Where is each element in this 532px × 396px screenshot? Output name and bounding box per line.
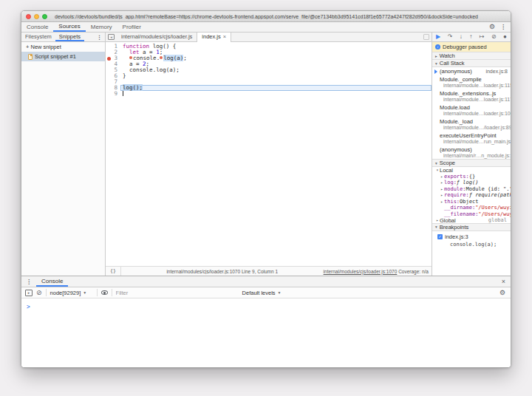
console-settings-gear-icon[interactable]: ⚙ — [499, 289, 507, 296]
titlebar[interactable]: devtools://devtools/bundled/js_app.html?… — [21, 11, 511, 22]
clear-console-icon[interactable]: ⊘ — [36, 290, 42, 296]
execution-context-selector[interactable]: node[92929] ▼ — [50, 290, 93, 296]
gutter-line-number[interactable]: 6 — [106, 73, 120, 79]
call-stack-label: Call Stack — [440, 60, 465, 66]
main-tab-memory[interactable]: Memory — [86, 22, 117, 32]
close-tab-icon[interactable]: × — [223, 33, 226, 40]
main-tab-console[interactable]: Console — [21, 22, 53, 32]
drawer-close-icon[interactable]: × — [502, 276, 511, 287]
debugger-sidebar: ▶↷↓↑↦⊘● i Debugger paused ▸ Watch ▾ Call… — [432, 33, 511, 276]
call-stack-frame[interactable]: (anonymous)internal/main/r…n_module.js:1… — [432, 146, 511, 160]
settings-gear-icon[interactable]: ⚙ — [489, 24, 495, 30]
inline-breakpoint-icon[interactable] — [160, 56, 163, 59]
caret-expanded-icon: ▾ — [435, 161, 437, 165]
maximize-window-icon[interactable] — [42, 14, 47, 19]
loader-link-2[interactable]: internal/modules/cjs/loader.js:1070 — [324, 269, 398, 274]
scope-property[interactable]: ▸this: Object — [432, 199, 511, 205]
snippet-item[interactable]: Script snippet #1 — [21, 52, 105, 61]
property-name: this: — [444, 199, 460, 205]
breakpoints-label: Breakpoints — [440, 224, 469, 231]
file-tab-index-js[interactable]: index.js× — [197, 33, 231, 42]
new-snippet-button[interactable]: + New snippet — [21, 42, 105, 52]
breakpoints-list: ✓index.js:3console.log(a); — [432, 231, 511, 249]
navigator-overflow-icon[interactable]: ⋮ — [97, 33, 105, 41]
gutter-line-number[interactable]: 2 — [106, 50, 120, 55]
editor-options-icon[interactable] — [423, 34, 429, 40]
deactivate-breakpoints-icon[interactable]: ⊘ — [491, 33, 497, 41]
scope-property[interactable]: ▸require: ƒ require(path) — [432, 192, 511, 199]
gutter-line-number[interactable]: 7 — [106, 79, 120, 85]
breakpoint-checkbox[interactable]: ✓ — [437, 234, 443, 239]
navigator-tab-filesystem[interactable]: Filesystem — [21, 33, 55, 41]
section-breakpoints[interactable]: ▾ Breakpoints — [432, 223, 511, 231]
loader-link[interactable]: internal/modules/cjs/loader.js:1070 — [166, 269, 240, 274]
desktop-background: devtools://devtools/bundled/js_app.html?… — [0, 0, 532, 396]
scope-property[interactable]: ▸module: Module {id: ".", … — [432, 186, 511, 193]
window-title-url: devtools://devtools/bundled/js_app.html?… — [55, 14, 478, 19]
drawer-tab-console[interactable]: Console — [36, 276, 68, 287]
log-levels-selector[interactable]: Default levels ▼ — [242, 290, 282, 296]
pretty-print-icon[interactable]: {} — [106, 267, 121, 276]
gutter-line-number[interactable]: 8 — [106, 85, 120, 91]
code-segment: ; — [183, 55, 187, 61]
step-out-icon[interactable]: ↑ — [469, 33, 472, 41]
call-stack-frame[interactable]: (anonymous)index.js:8 — [432, 67, 511, 75]
sources-panel: FilesystemSnippets ⋮ + New snippet Scrip… — [21, 33, 511, 276]
drawer-menu-icon[interactable]: ⋮ — [21, 276, 36, 287]
section-scope[interactable]: ▾ Scope — [432, 159, 511, 167]
call-stack-frame[interactable]: Module.loadinternal/module…loader.js:100… — [432, 103, 511, 117]
file-tabs: internal/modules/cjs/loader.jsindex.js× — [117, 33, 231, 41]
console-sidebar-toggle-icon[interactable]: ▸ — [25, 290, 33, 296]
step-over-icon[interactable]: ↷ — [448, 33, 453, 41]
section-call-stack[interactable]: ▾ Call Stack — [432, 59, 511, 67]
frame-location: internal/main/r…n_module.js:18 — [440, 153, 511, 158]
inline-breakpoint-icon[interactable] — [129, 56, 132, 59]
frame-function: (anonymous) — [440, 147, 511, 153]
call-stack-frame[interactable]: Module._loadinternal/module…/loader.js:8… — [432, 117, 511, 132]
step-into-icon[interactable]: ↓ — [460, 33, 463, 41]
main-tab-sources[interactable]: Sources — [53, 22, 85, 32]
scope-property[interactable]: ▸log: ƒ log() — [432, 180, 511, 186]
scope-property[interactable]: __dirname: "/Users/wuyiqi… — [432, 205, 511, 211]
cursor-position: Line 9, Column 1 — [242, 269, 278, 274]
minimize-window-icon[interactable] — [34, 14, 39, 19]
main-menu-icon[interactable]: ⋮ — [500, 24, 506, 30]
file-tab-internal-modules-cjs-loader-js[interactable]: internal/modules/cjs/loader.js — [117, 33, 197, 41]
gutter-line-number[interactable]: 3 — [106, 55, 120, 61]
scope-group-local[interactable]: ▾Local — [432, 167, 511, 174]
text-cursor — [123, 91, 123, 96]
scope-property[interactable]: __filename: "/Users/wuyiq… — [432, 211, 511, 218]
console-filter-input[interactable] — [116, 290, 227, 296]
code-editor[interactable]: 1function log() {2 let a = 1;3 console.l… — [106, 42, 432, 266]
gutter-line-number[interactable]: 5 — [106, 67, 120, 73]
breakpoint-entry[interactable]: ✓index.js:3console.log(a); — [432, 231, 511, 249]
property-value: "/Users/wuyiqi… — [475, 205, 511, 211]
gutter-line-number[interactable]: 4 — [106, 61, 120, 67]
scope-property[interactable]: ▸exports: {} — [432, 174, 511, 180]
navigator-tab-snippets[interactable]: Snippets — [55, 33, 84, 41]
frame-function: Module.load — [440, 105, 511, 111]
paused-banner-label: Debugger paused — [443, 44, 487, 50]
navigator-toggle-icon[interactable]: ◂ — [108, 34, 115, 40]
call-stack-frame[interactable]: executeUserEntryPointinternal/module…run… — [432, 132, 511, 146]
frame-location: internal/module…loader.js:1000 — [440, 111, 511, 116]
gutter-line-number[interactable]: 1 — [106, 44, 120, 50]
call-stack-frame[interactable]: Module._compileinternal/module…loader.js… — [432, 75, 511, 89]
code-text: console.log(a); — [120, 55, 432, 61]
snippet-file-icon — [28, 54, 33, 60]
call-stack-frame[interactable]: Module._extensions..jsinternal/module…lo… — [432, 89, 511, 103]
frame-function: (anonymous) — [440, 68, 472, 75]
gutter-line-number[interactable]: 9 — [106, 91, 120, 97]
editor-pane: ◂ internal/modules/cjs/loader.jsindex.js… — [106, 33, 432, 276]
levels-label: Default levels — [242, 290, 276, 296]
console-output[interactable]: > — [21, 298, 511, 367]
step-icon[interactable]: ↦ — [480, 33, 485, 41]
frame-location: index.js:8 — [485, 69, 508, 74]
live-expression-eye-icon[interactable] — [101, 290, 108, 295]
resume-icon[interactable]: ▶ — [436, 33, 440, 41]
pause-on-exceptions-icon[interactable]: ● — [503, 33, 507, 41]
main-tab-profiler[interactable]: Profiler — [117, 22, 146, 32]
coverage-status: Coverage: n/a — [398, 269, 429, 274]
close-window-icon[interactable] — [26, 14, 31, 19]
breakpoint-icon[interactable] — [107, 57, 111, 61]
